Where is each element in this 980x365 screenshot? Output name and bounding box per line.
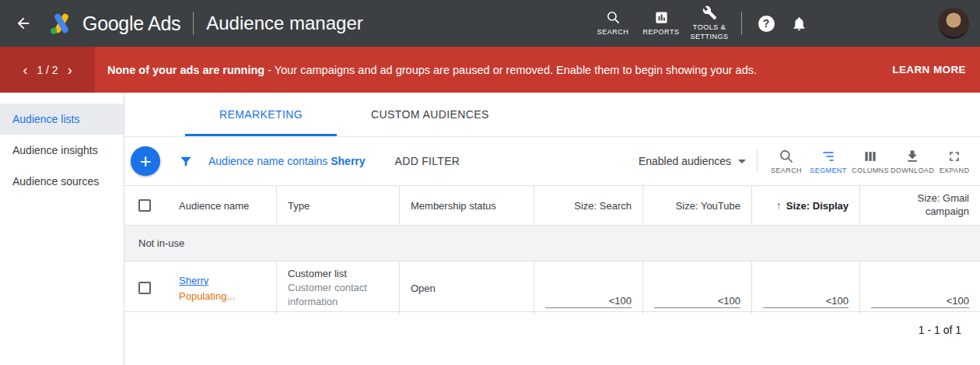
segment-button[interactable]: SEGMENT [807,149,849,174]
sidebar-item-audience-lists[interactable]: Audience lists [0,104,124,135]
download-icon [905,149,920,164]
topbar-divider [193,12,194,35]
column-header-membership-status[interactable]: Membership status [400,186,534,225]
topbar-reports-button[interactable]: REPORTS [637,10,685,37]
plus-icon: + [139,149,151,174]
avatar[interactable] [938,8,969,39]
table-search-label: SEARCH [771,167,802,174]
pagination-status: 1 - 1 of 1 [124,312,980,348]
back-arrow-icon[interactable] [12,12,34,34]
topbar-tools-label: TOOLS & SETTINGS [688,23,730,41]
expand-icon [947,149,962,164]
wrench-icon [702,5,717,20]
column-header-size-search[interactable]: Size: Search [534,186,643,225]
dropdown-value: Enabled audiences [639,155,731,167]
alert-message-rest: - Your campaigns and ad groups are pause… [264,64,757,76]
alert-message-bold: None of your ads are running [107,64,264,76]
type-sub: Customer contact information [288,281,388,308]
filter-chip-value: Sherry [331,155,365,167]
tab-bar: REMARKETING CUSTOM AUDIENCES [124,93,980,137]
alert-pager: ‹ 1 / 2 › [0,47,95,93]
columns-button[interactable]: COLUMNS [849,149,891,174]
type-main: Customer list [288,268,388,279]
populating-status: Populating... [179,290,265,302]
download-label: DOWNLOAD [891,167,934,174]
learn-more-link[interactable]: LEARN MORE [892,64,966,75]
notifications-button[interactable] [786,10,812,37]
tab-remarketing[interactable]: REMARKETING [185,93,337,136]
sort-ascending-icon: ↑ [776,199,782,212]
topbar-search-button[interactable]: SEARCH [589,10,637,37]
search-icon [779,149,794,164]
topbar: Google Ads Audience manager SEARCH REPOR… [0,0,980,47]
table-row: Sherry Populating... Customer list Custo… [124,261,980,312]
chevron-down-icon [738,160,746,163]
expand-label: EXPAND [940,167,970,174]
filter-chip-prefix: Audience name contains [208,155,331,167]
size-youtube-cell: <100 [643,261,752,314]
columns-label: COLUMNS [852,167,889,174]
alert-banner: ‹ 1 / 2 › None of your ads are running -… [0,47,980,93]
select-all-checkbox[interactable] [138,199,151,212]
expand-button[interactable]: EXPAND [933,149,975,174]
topbar-divider [741,12,742,35]
topbar-reports-label: REPORTS [640,28,682,37]
alert-pager-count: 1 / 2 [37,64,58,76]
columns-icon [863,149,878,164]
toolbar-divider [757,149,758,173]
audience-name-cell: Sherry Populating... [168,261,277,314]
alert-message: None of your ads are running - Your camp… [107,64,892,76]
membership-status-cell: Open [400,261,534,314]
row-checkbox-cell [124,261,168,314]
table-search-button[interactable]: SEARCH [765,149,807,174]
column-header-audience-name[interactable]: Audience name [168,186,277,225]
brand-name: Google Ads [82,12,180,35]
size-search-cell: <100 [534,261,643,314]
segment-label: SEGMENT [810,167,846,174]
page-title: Audience manager [206,12,362,34]
column-header-size-gmail[interactable]: Size: Gmail campaign [860,186,980,225]
download-button[interactable]: DOWNLOAD [891,149,933,174]
search-icon [606,10,621,25]
help-button[interactable]: ? [753,10,779,37]
sidebar-item-audience-insights[interactable]: Audience insights [0,135,124,166]
bar-chart-icon [654,10,669,25]
topbar-tools-button[interactable]: TOOLS & SETTINGS [685,5,733,41]
audience-state-dropdown[interactable]: Enabled audiences [639,155,746,167]
segment-icon [821,149,836,164]
bell-icon [791,16,807,32]
help-icon: ? [758,16,775,32]
row-checkbox[interactable] [138,282,151,294]
size-display-cell: <100 [752,261,860,314]
sidebar: Audience lists Audience insights Audienc… [0,93,124,365]
header-checkbox-cell [124,186,168,225]
google-ads-logo-icon[interactable] [48,10,75,37]
type-cell: Customer list Customer contact informati… [277,261,400,314]
add-filter-button[interactable]: ADD FILTER [395,155,460,167]
topbar-actions: SEARCH REPORTS TOOLS & SETTINGS ? [589,5,980,41]
active-filter-chip[interactable]: Audience name contains Sherry [208,155,366,167]
add-audience-button[interactable]: + [131,146,160,176]
chevron-left-icon[interactable]: ‹ [23,63,27,77]
size-gmail-cell: <100 [860,261,980,314]
table-header: Audience name Type Membership status Siz… [124,185,980,226]
tab-custom-audiences[interactable]: CUSTOM AUDIENCES [337,93,523,136]
filter-icon [179,154,193,168]
sidebar-item-audience-sources[interactable]: Audience sources [0,166,124,197]
group-row-not-in-use: Not in-use [124,226,980,261]
column-header-size-display[interactable]: ↑ Size: Display [752,186,860,225]
audience-name-link[interactable]: Sherry [179,275,208,286]
column-header-type[interactable]: Type [277,186,400,225]
topbar-search-label: SEARCH [592,28,634,37]
column-header-size-youtube[interactable]: Size: YouTube [643,186,752,225]
toolbar: + Audience name contains Sherry ADD FILT… [124,137,980,185]
chevron-right-icon[interactable]: › [68,63,72,77]
